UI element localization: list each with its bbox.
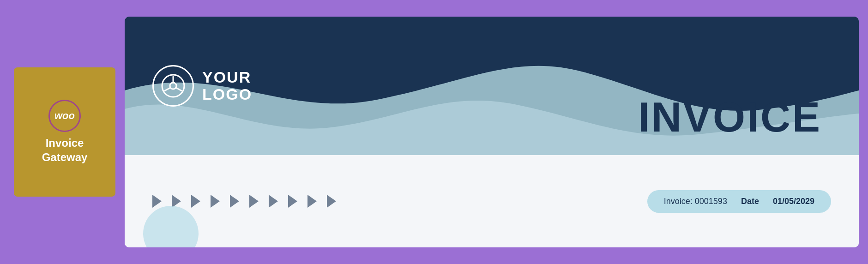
sidebar-title: Invoice Gateway (42, 136, 88, 164)
woo-label: woo (54, 110, 75, 122)
arrows-row (152, 195, 336, 208)
arrow-icon-3 (191, 195, 200, 208)
logo-circle (152, 65, 194, 107)
arrow-icon-8 (288, 195, 297, 208)
arrow-icon-6 (249, 195, 259, 208)
invoice-info-box: Invoice: 0001593 Date 01/05/2029 (647, 190, 831, 213)
sidebar: woo Invoice Gateway (14, 67, 115, 197)
arrow-icon-5 (230, 195, 239, 208)
invoice-title: INVOICE (638, 94, 822, 140)
arrow-icon-9 (307, 195, 317, 208)
logo-area: YOUR LOGO (152, 65, 252, 107)
svg-line-4 (165, 88, 170, 91)
card-header: YOUR LOGO INVOICE (125, 17, 859, 155)
date-label: Date (741, 197, 759, 206)
steering-wheel-icon (160, 73, 186, 99)
arrow-icon-7 (269, 195, 278, 208)
card-footer: Invoice: 0001593 Date 01/05/2029 (125, 155, 859, 247)
main-card: YOUR LOGO INVOICE Invoice: 0001593 (125, 17, 859, 247)
logo-text: YOUR LOGO (202, 69, 252, 103)
arrow-icon-1 (152, 195, 162, 208)
invoice-title-area: INVOICE (638, 94, 822, 141)
arrow-icon-10 (327, 195, 336, 208)
arrow-icon-4 (211, 195, 220, 208)
decorative-circle (143, 206, 199, 247)
svg-line-5 (176, 88, 181, 91)
woo-badge: woo (48, 100, 81, 132)
date-value: 01/05/2029 (773, 197, 814, 206)
invoice-number: Invoice: 0001593 (664, 197, 727, 206)
